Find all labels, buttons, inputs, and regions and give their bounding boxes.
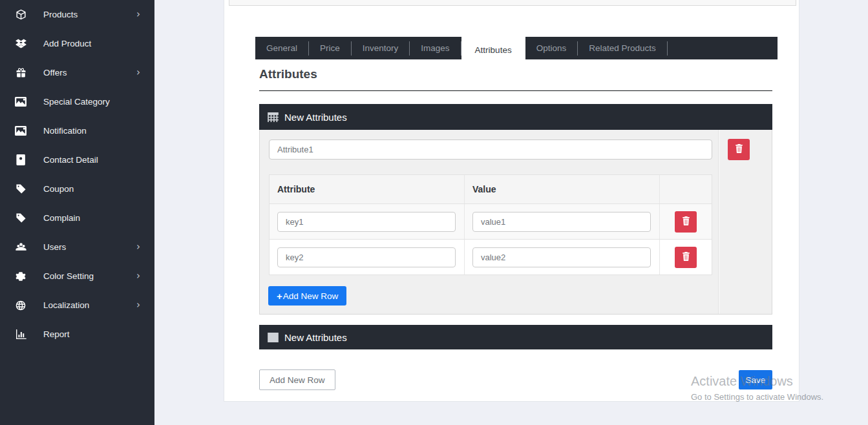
table-row (270, 203, 712, 239)
previous-panel-edge (229, 0, 796, 6)
sidebar-item-special-category[interactable]: Special Category (0, 87, 154, 116)
sidebar-item-label: Users (43, 242, 66, 252)
sidebar-item-label: Contact Detail (43, 155, 98, 165)
sidebar-item-color-setting[interactable]: Color Setting › (0, 262, 154, 291)
delete-row-button[interactable] (675, 247, 697, 268)
attribute-key-input[interactable] (277, 247, 456, 267)
attribute-value-input[interactable] (472, 247, 651, 267)
sidebar-item-report[interactable]: Report (0, 320, 154, 349)
tab-images[interactable]: Images (410, 37, 460, 59)
trash-icon (682, 216, 690, 227)
add-product-icon (14, 37, 27, 50)
new-attributes-panel: New Attributes Attribute Value (259, 104, 772, 315)
trash-icon (735, 144, 743, 155)
new-attributes-panel-collapsed[interactable]: New Attributes (259, 325, 772, 349)
sidebar-item-label: Add Product (43, 39, 91, 48)
sidebar-item-label: Notification (43, 126, 87, 136)
address-book-icon (14, 154, 27, 167)
sidebar-item-label: Localization (43, 300, 89, 310)
chevron-right-icon: › (136, 68, 140, 78)
sidebar: Products › Add Product Offers › Special … (0, 0, 154, 425)
sidebar-item-contact-detail[interactable]: Contact Detail (0, 145, 154, 174)
sidebar-item-label: Special Category (43, 97, 110, 107)
tab-separator (667, 41, 668, 56)
tab-options[interactable]: Options (525, 37, 578, 59)
plus-icon: + (277, 291, 282, 302)
sidebar-item-notification[interactable]: Notification (0, 116, 154, 145)
attribute-values-table: Attribute Value (269, 174, 712, 275)
table-grid-icon (268, 333, 279, 342)
image-icon (14, 96, 27, 109)
page-title: Attributes (259, 67, 317, 81)
sidebar-item-label: Report (43, 329, 70, 339)
column-header-attribute: Attribute (270, 175, 465, 203)
sidebar-item-label: Complain (43, 213, 80, 223)
attribute-key-input[interactable] (277, 212, 456, 232)
sidebar-item-label: Products (43, 10, 78, 19)
sidebar-item-label: Color Setting (43, 271, 94, 281)
chevron-right-icon: › (136, 10, 140, 19)
table-row (270, 239, 712, 275)
column-header-actions (660, 175, 712, 203)
gear-icon (14, 270, 27, 283)
chevron-right-icon: › (136, 242, 140, 252)
sidebar-item-localization[interactable]: Localization › (0, 291, 154, 320)
add-new-attribute-button[interactable]: Add New Row (259, 369, 335, 390)
trash-icon (682, 252, 690, 263)
tab-price[interactable]: Price (309, 37, 351, 59)
panel-divider (718, 130, 719, 314)
sidebar-item-coupon[interactable]: Coupon (0, 174, 154, 203)
sidebar-item-complain[interactable]: Complain (0, 203, 154, 233)
panel-title: New Attributes (284, 112, 347, 123)
attribute-name-input[interactable] (269, 140, 712, 160)
tab-attributes[interactable]: Attributes (461, 37, 525, 63)
globe-icon (14, 299, 27, 312)
add-new-row-button[interactable]: +Add New Row (268, 286, 346, 306)
table-grid-icon (268, 112, 279, 122)
add-new-row-label: Add New Row (283, 291, 339, 301)
bar-chart-icon (14, 328, 27, 341)
users-icon (14, 241, 27, 254)
panel-body: Attribute Value (259, 130, 772, 315)
sidebar-item-users[interactable]: Users › (0, 233, 154, 262)
tab-general[interactable]: General (255, 37, 308, 59)
image-icon (14, 125, 27, 138)
sidebar-item-offers[interactable]: Offers › (0, 58, 154, 87)
attribute-value-input[interactable] (472, 212, 651, 232)
tab-inventory[interactable]: Inventory (352, 37, 410, 59)
heading-divider (259, 90, 772, 91)
delete-attribute-button[interactable] (728, 139, 750, 160)
content-card: General Price Inventory Images Attribute… (224, 0, 799, 402)
gift-icon (14, 67, 27, 79)
save-button[interactable]: Save (739, 370, 772, 389)
chevron-right-icon: › (136, 300, 140, 310)
table-header-row: Attribute Value (270, 175, 712, 203)
sidebar-item-label: Coupon (43, 184, 74, 194)
cube-icon (14, 8, 27, 21)
sidebar-item-products[interactable]: Products › (0, 0, 154, 29)
panel-header: New Attributes (259, 104, 772, 130)
tag-icon (14, 183, 27, 196)
sidebar-item-add-product[interactable]: Add Product (0, 29, 154, 58)
sidebar-item-label: Offers (43, 68, 67, 78)
column-header-value: Value (465, 175, 660, 203)
tag-icon (14, 212, 27, 225)
tab-related-products[interactable]: Related Products (578, 37, 667, 59)
chevron-right-icon: › (136, 271, 140, 281)
panel-title: New Attributes (284, 332, 347, 343)
delete-row-button[interactable] (675, 211, 697, 233)
product-tabs: General Price Inventory Images Attribute… (255, 37, 778, 59)
